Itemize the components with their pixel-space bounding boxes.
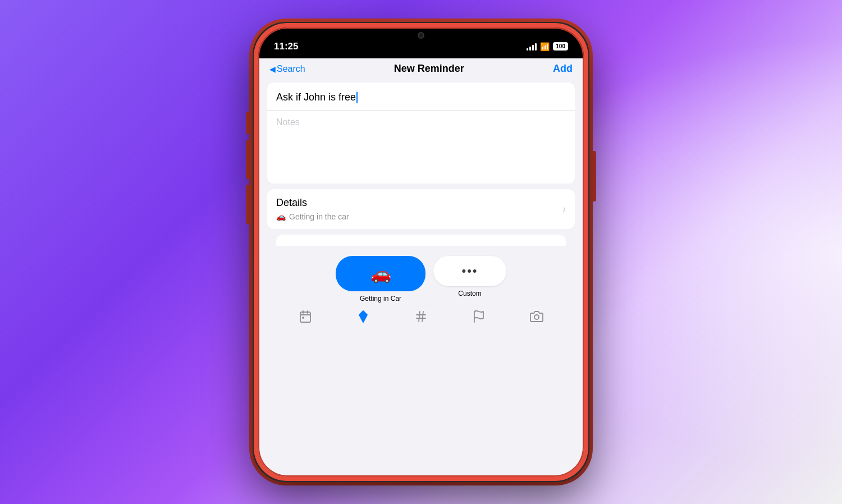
bottom-toolbar (267, 305, 575, 330)
signal-bar-2 (529, 47, 531, 51)
back-label: Search (277, 64, 305, 74)
back-arrow-icon: ◀ (269, 65, 276, 74)
details-subtitle: Getting in the car (289, 212, 349, 221)
phone-device: 11:25 📶 100 (253, 22, 589, 482)
bottom-section: 🚗 Getting in Car ••• Custom (258, 251, 584, 332)
mute-button[interactable] (246, 112, 249, 134)
details-card[interactable]: Details 🚗 Getting in the car › (267, 189, 575, 229)
status-icons: 📶 100 (527, 42, 568, 51)
toolbar-hashtag-icon[interactable] (414, 310, 428, 323)
details-info: Details 🚗 Getting in the car (276, 197, 349, 221)
reminder-text-row[interactable]: Ask if John is free (267, 83, 575, 111)
svg-point-10 (534, 315, 539, 319)
details-subtitle-row: 🚗 Getting in the car (276, 212, 349, 221)
phone-screen: 11:25 📶 100 (258, 28, 584, 476)
battery-text: 100 (556, 43, 565, 49)
svg-line-7 (419, 311, 420, 322)
details-chevron-icon: › (562, 203, 566, 215)
pill-row: 🚗 Getting in Car ••• Custom (267, 256, 575, 303)
battery-icon: 100 (553, 42, 568, 51)
custom-pill-dots: ••• (461, 264, 478, 278)
nav-bar: ◀ Search New Reminder Add (258, 58, 584, 77)
notch (385, 28, 457, 44)
page-title: New Reminder (394, 63, 464, 75)
car-icon: 🚗 (276, 212, 286, 221)
toolbar-camera-icon[interactable] (530, 310, 543, 323)
toolbar-flag-icon[interactable] (472, 310, 486, 323)
getting-in-car-pill[interactable]: 🚗 (336, 256, 425, 291)
content-area: Ask if John is free Notes Details 🚗 Ge (258, 77, 584, 251)
status-bar: 11:25 📶 100 (258, 28, 584, 58)
power-button[interactable] (593, 151, 596, 201)
screen-content: ◀ Search New Reminder Add Ask if John is… (258, 58, 584, 476)
getting-in-car-label: Getting in Car (360, 295, 401, 303)
car-pill-icon: 🚗 (370, 264, 391, 283)
phone-body: 11:25 📶 100 (253, 22, 589, 482)
volume-up-button[interactable] (246, 140, 249, 179)
svg-line-8 (422, 311, 423, 322)
input-card: Ask if John is free Notes (267, 83, 575, 184)
svg-point-4 (303, 317, 304, 318)
signal-bar-1 (527, 48, 528, 51)
text-cursor (356, 92, 358, 103)
add-button[interactable]: Add (553, 63, 573, 75)
custom-pill-wrapper: ••• Custom (433, 256, 506, 303)
wifi-icon: 📶 (540, 42, 550, 51)
camera-sensor (418, 32, 424, 39)
signal-bar-3 (532, 45, 534, 51)
custom-pill-label: Custom (458, 290, 481, 297)
partial-card (276, 235, 566, 246)
svg-rect-0 (300, 312, 310, 322)
reminder-text-value: Ask if John is free (276, 91, 356, 103)
details-title: Details (276, 197, 349, 209)
signal-bar-4 (535, 43, 537, 51)
notes-field[interactable]: Notes (267, 111, 575, 184)
getting-in-car-pill-wrapper: 🚗 Getting in Car (336, 256, 425, 303)
toolbar-location-icon[interactable] (356, 310, 370, 323)
volume-down-button[interactable] (246, 185, 249, 224)
back-button[interactable]: ◀ Search (269, 64, 305, 74)
signal-icon (527, 43, 537, 51)
custom-pill[interactable]: ••• (433, 256, 506, 286)
notes-placeholder: Notes (276, 117, 300, 127)
toolbar-calendar-icon[interactable] (299, 310, 312, 323)
